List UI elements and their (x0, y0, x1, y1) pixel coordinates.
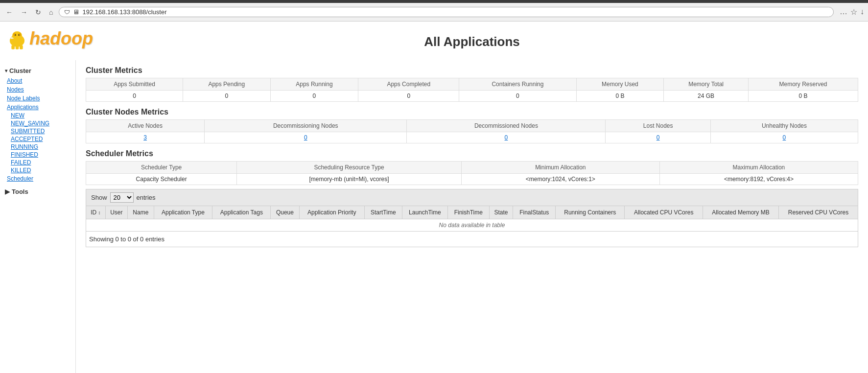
col-max-allocation: Maximum Allocation (659, 162, 858, 174)
sort-icon-id: ↕ (98, 210, 100, 215)
decommissioned-nodes-link[interactable]: 0 (505, 134, 508, 141)
lost-nodes-link[interactable]: 0 (657, 134, 660, 141)
address-bar[interactable]: 🛡 🖥 192.168.168.133:8088/cluster (59, 7, 834, 17)
val-unhealthy-nodes: 0 (710, 132, 858, 143)
col-decommissioned-nodes: Decommissioned Nodes (407, 120, 606, 132)
val-containers-running: 0 (459, 91, 577, 102)
entries-label: entries (137, 194, 156, 201)
col-reserved-cpu-vcores[interactable]: Reserved CPU VCores (778, 206, 858, 219)
val-min-allocation: <memory:1024, vCores:1> (461, 174, 659, 185)
tools-arrow: ▶ (5, 188, 10, 195)
sidebar-sub-item-new-saving[interactable]: NEW_SAVING (0, 119, 75, 127)
val-scheduler-type: Capacity Scheduler (86, 174, 237, 185)
page-layout: ▾ Cluster About Nodes Node Labels Applic… (0, 60, 868, 373)
tools-label: Tools (12, 188, 28, 195)
sidebar-sub-item-submitted[interactable]: SUBMITTED (0, 127, 75, 135)
svg-rect-10 (20, 45, 23, 49)
sidebar-item-node-labels[interactable]: Node Labels (0, 94, 75, 103)
col-queue[interactable]: Queue (271, 206, 299, 219)
cluster-metrics-title: Cluster Metrics (86, 66, 858, 75)
sidebar-sub-item-new[interactable]: NEW (0, 112, 75, 119)
header: hadoop All Applications (0, 22, 868, 60)
col-final-status[interactable]: FinalStatus (513, 206, 556, 219)
cluster-nodes-metrics-title: Cluster Nodes Metrics (86, 108, 858, 117)
page-title: All Applications (424, 26, 520, 55)
logo-area: hadoop (0, 22, 76, 56)
col-memory-reserved: Memory Reserved (749, 78, 858, 91)
col-scheduler-type: Scheduler Type (86, 162, 237, 174)
col-user[interactable]: User (105, 206, 128, 219)
scheduler-metrics-title: Scheduler Metrics (86, 149, 858, 158)
val-memory-reserved: 0 B (749, 91, 858, 102)
col-running-containers[interactable]: Running Containers (556, 206, 625, 219)
sidebar-sub-item-running[interactable]: RUNNING (0, 143, 75, 151)
val-active-nodes[interactable]: 3 (86, 132, 205, 143)
main-content: Cluster Metrics Apps Submitted Apps Pend… (76, 60, 868, 373)
svg-rect-8 (11, 45, 15, 49)
val-apps-submitted: 0 (86, 91, 183, 102)
home-button[interactable]: ⌂ (47, 7, 55, 17)
cluster-arrow: ▾ (5, 68, 7, 73)
col-apps-submitted: Apps Submitted (86, 78, 183, 91)
col-application-priority[interactable]: Application Priority (299, 206, 364, 219)
col-application-type[interactable]: Application Type (154, 206, 212, 219)
val-decommissioned-nodes: 0 (407, 132, 606, 143)
col-lost-nodes: Lost Nodes (606, 120, 711, 132)
col-start-time[interactable]: StartTime (364, 206, 402, 219)
cluster-nodes-metrics-table: Active Nodes Decommissioning Nodes Decom… (86, 119, 858, 143)
bookmark-icon[interactable]: ☆ (850, 7, 857, 17)
val-lost-nodes: 0 (606, 132, 711, 143)
show-entries-bar: Show 10 20 50 100 entries (86, 189, 858, 206)
forward-button[interactable]: → (19, 7, 29, 17)
sidebar-item-about[interactable]: About (0, 76, 75, 85)
sidebar-item-scheduler[interactable]: Scheduler (0, 174, 75, 183)
col-state[interactable]: State (489, 206, 513, 219)
reload-button[interactable]: ↻ (33, 7, 43, 17)
col-apps-completed: Apps Completed (358, 78, 459, 91)
col-allocated-memory-mb[interactable]: Allocated Memory MB (703, 206, 779, 219)
cluster-nodes-row: 3 0 0 0 0 (86, 132, 858, 143)
decommissioning-nodes-link[interactable]: 0 (304, 134, 307, 141)
col-apps-running: Apps Running (270, 78, 358, 91)
val-decommissioning-nodes: 0 (205, 132, 407, 143)
col-application-tags[interactable]: Application Tags (212, 206, 271, 219)
col-scheduling-resource-type: Scheduling Resource Type (237, 162, 461, 174)
col-active-nodes: Active Nodes (86, 120, 205, 132)
sidebar-sub-item-finished[interactable]: FINISHED (0, 151, 75, 159)
back-button[interactable]: ← (4, 7, 15, 17)
cluster-metrics-table: Apps Submitted Apps Pending Apps Running… (86, 78, 858, 102)
val-apps-completed: 0 (358, 91, 459, 102)
sidebar-sub-item-accepted[interactable]: ACCEPTED (0, 135, 75, 143)
col-finish-time[interactable]: FinishTime (448, 206, 490, 219)
col-allocated-cpu-vcores[interactable]: Allocated CPU VCores (625, 206, 703, 219)
val-memory-total: 24 GB (664, 91, 749, 102)
more-button[interactable]: … (840, 7, 847, 17)
applications-table: ID ↕ User Name Application Type Applicat… (86, 206, 858, 232)
active-nodes-link[interactable]: 3 (143, 134, 147, 141)
col-containers-running: Containers Running (459, 78, 577, 91)
svg-point-7 (18, 34, 20, 36)
sidebar-sub-item-failed[interactable]: FAILED (0, 159, 75, 166)
col-decommissioning-nodes: Decommissioning Nodes (205, 120, 407, 132)
unhealthy-nodes-link[interactable]: 0 (783, 134, 786, 141)
col-memory-total: Memory Total (664, 78, 749, 91)
no-data-row: No data available in table (86, 219, 858, 232)
sidebar-item-nodes[interactable]: Nodes (0, 85, 75, 94)
cluster-label: Cluster (9, 67, 31, 74)
sidebar-item-applications[interactable]: Applications (0, 103, 75, 112)
sidebar-sub-item-killed[interactable]: KILLED (0, 166, 75, 174)
col-apps-pending: Apps Pending (183, 78, 270, 91)
svg-rect-9 (16, 45, 19, 49)
cluster-section-header[interactable]: ▾ Cluster (0, 65, 75, 76)
tools-section-header[interactable]: ▶ Tools (0, 186, 75, 197)
col-id[interactable]: ID ↕ (86, 206, 106, 219)
col-memory-used: Memory Used (576, 78, 663, 91)
entries-select[interactable]: 10 20 50 100 (110, 192, 134, 203)
col-name[interactable]: Name (128, 206, 154, 219)
url-text: 192.168.168.133:8088/cluster (82, 8, 166, 16)
show-label: Show (91, 194, 107, 201)
col-launch-time[interactable]: LaunchTime (402, 206, 447, 219)
col-min-allocation: Minimum Allocation (461, 162, 659, 174)
browser-toolbar: ← → ↻ ⌂ 🛡 🖥 192.168.168.133:8088/cluster… (0, 3, 868, 22)
download-icon[interactable]: ↓ (860, 7, 864, 17)
